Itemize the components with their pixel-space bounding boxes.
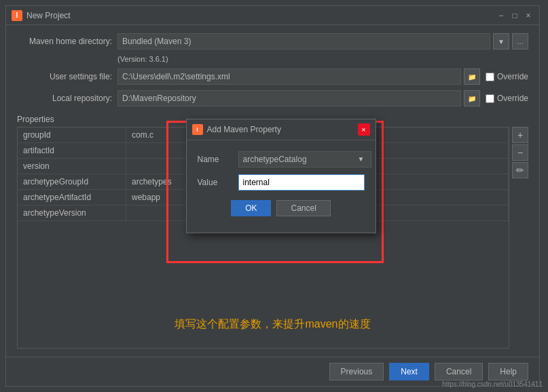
dialog-name-input-wrap: archetypeCatalog ▼	[238, 151, 365, 168]
dialog-buttons: OK Cancel	[198, 197, 365, 222]
modal-title-bar: I Add Maven Property ×	[187, 119, 376, 140]
add-maven-property-dialog: I Add Maven Property × Name archetypeCat…	[186, 119, 376, 233]
dialog-name-label: Name	[198, 155, 232, 164]
dialog-name-row: Name archetypeCatalog ▼	[198, 151, 365, 168]
dialog-title: Add Maven Property	[207, 125, 281, 134]
dialog-value-input[interactable]	[238, 174, 365, 191]
dialog-name-select[interactable]: archetypeCatalog	[238, 151, 371, 168]
dialog-cancel-button[interactable]: Cancel	[276, 200, 330, 216]
modal-body: Name archetypeCatalog ▼ Value OK Cancel	[187, 140, 376, 233]
modal-overlay: I Add Maven Property × Name archetypeCat…	[0, 0, 548, 392]
modal-app-icon: I	[192, 124, 203, 135]
modal-title-left: I Add Maven Property	[192, 124, 281, 135]
dialog-value-label: Value	[198, 178, 232, 187]
dialog-ok-button[interactable]: OK	[231, 200, 271, 216]
dialog-value-row: Value	[198, 174, 365, 191]
dialog-close-button[interactable]: ×	[358, 123, 370, 136]
